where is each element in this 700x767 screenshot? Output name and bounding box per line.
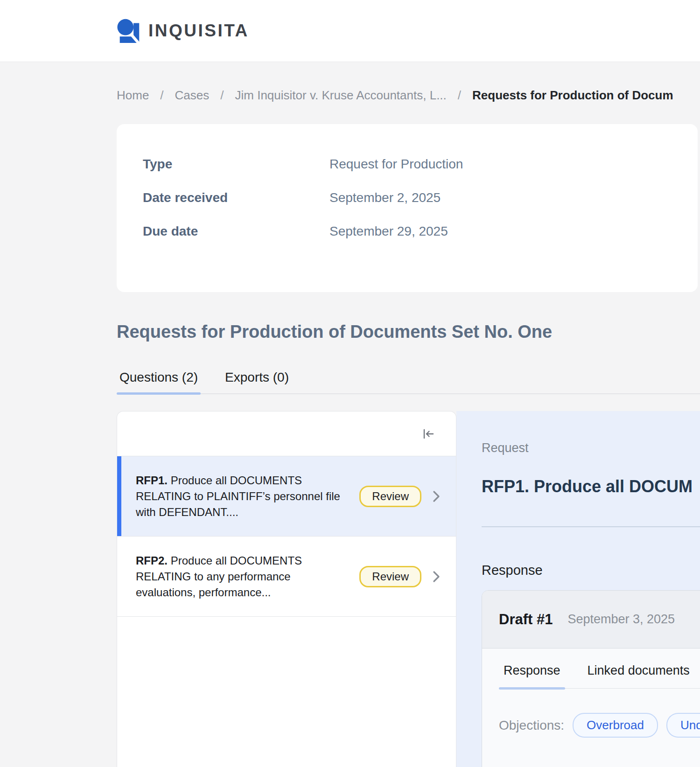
status-badge-review[interactable]: Review <box>359 486 421 507</box>
objections-row: Objections: Overbroad Unduly B <box>499 713 700 738</box>
tab-exports[interactable]: Exports (0) <box>222 370 292 393</box>
question-id: RFP2. <box>136 554 168 567</box>
divider <box>482 526 700 527</box>
due-date-value: September 29, 2025 <box>329 224 448 239</box>
request-title: RFP1. Produce all DOCUM <box>482 477 700 496</box>
type-value: Request for Production <box>329 157 463 172</box>
top-bar: INQUISITA <box>0 0 700 62</box>
tab-draft-response[interactable]: Response <box>499 663 565 688</box>
tab-draft-linked-documents[interactable]: Linked documents <box>583 663 694 688</box>
date-received-value: September 2, 2025 <box>329 190 441 205</box>
breadcrumb-separator: / <box>220 88 224 103</box>
info-row-type: Type Request for Production <box>143 157 698 172</box>
draft-card: Draft #1 September 3, 2025 Response Link… <box>482 590 700 767</box>
draft-title: Draft #1 <box>499 611 553 628</box>
breadcrumb-separator: / <box>160 88 163 103</box>
collapse-panel-left-icon[interactable] <box>421 427 435 441</box>
draft-card-header: Draft #1 September 3, 2025 <box>482 591 700 648</box>
draft-date: September 3, 2025 <box>567 612 675 627</box>
request-section-label: Request <box>482 441 700 455</box>
status-badge-review[interactable]: Review <box>359 566 421 587</box>
objection-pill-overbroad[interactable]: Overbroad <box>573 713 658 738</box>
request-detail-panel: Request RFP1. Produce all DOCUM Response… <box>456 411 700 767</box>
draft-card-body: Response Linked documents Objections: Ov… <box>482 648 700 738</box>
brand-name: INQUISITA <box>148 21 249 41</box>
question-list-header <box>117 411 456 456</box>
chevron-right-icon[interactable] <box>432 490 441 503</box>
objection-pill-unduly-burdensome[interactable]: Unduly B <box>666 713 700 738</box>
breadcrumb-separator: / <box>458 88 461 103</box>
objections-label: Objections: <box>499 718 564 733</box>
questions-workspace: RFP1. Produce all DOCUMENTS RELATING to … <box>117 411 700 767</box>
question-text: RFP1. Produce all DOCUMENTS RELATING to … <box>136 473 342 520</box>
question-list-panel: RFP1. Produce all DOCUMENTS RELATING to … <box>117 411 456 767</box>
request-info-card: Type Request for Production Date receive… <box>117 124 698 292</box>
breadcrumb: Home / Cases / Jim Inquisitor v. Kruse A… <box>117 62 700 103</box>
info-row-due-date: Due date September 29, 2025 <box>143 224 698 239</box>
breadcrumb-home[interactable]: Home <box>117 88 149 103</box>
question-row-rfp2[interactable]: RFP2. Produce all DOCUMENTS RELATING to … <box>117 537 456 617</box>
brand-logo[interactable]: INQUISITA <box>116 18 249 44</box>
main-tab-bar: Questions (2) Exports (0) <box>117 370 700 394</box>
breadcrumb-case-name[interactable]: Jim Inquisitor v. Kruse Accountants, L..… <box>235 88 447 103</box>
page-title: Requests for Production of Documents Set… <box>117 322 700 342</box>
date-received-label: Date received <box>143 190 329 205</box>
breadcrumb-current-page: Requests for Production of Docum <box>472 88 673 103</box>
question-id: RFP1. <box>136 474 168 487</box>
draft-tab-bar: Response Linked documents <box>499 663 700 689</box>
info-row-date-received: Date received September 2, 2025 <box>143 190 698 205</box>
chevron-right-icon[interactable] <box>432 570 441 583</box>
magnifying-glass-q-logo-icon <box>116 18 140 44</box>
type-label: Type <box>143 157 329 172</box>
question-text: RFP2. Produce all DOCUMENTS RELATING to … <box>136 553 342 600</box>
due-date-label: Due date <box>143 224 329 239</box>
breadcrumb-cases[interactable]: Cases <box>175 88 210 103</box>
tab-questions[interactable]: Questions (2) <box>117 370 201 393</box>
response-section-label: Response <box>482 563 700 578</box>
question-row-rfp1[interactable]: RFP1. Produce all DOCUMENTS RELATING to … <box>117 456 456 537</box>
